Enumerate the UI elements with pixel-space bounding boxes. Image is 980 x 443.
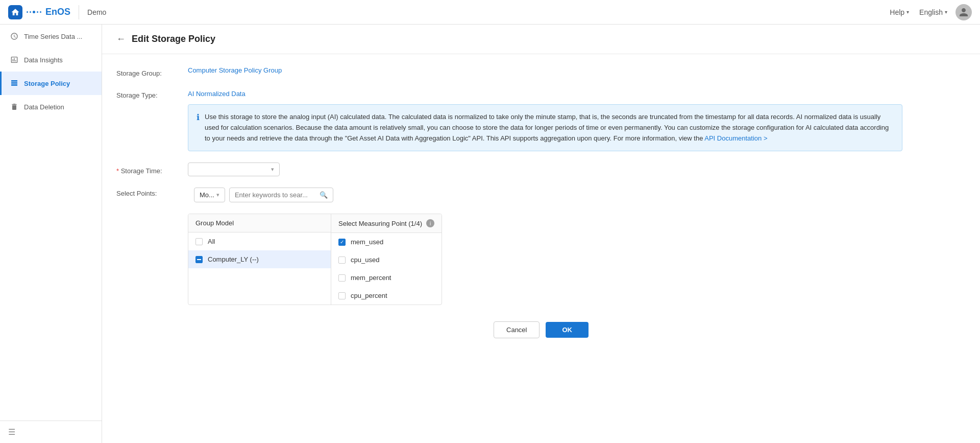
cpu-percent-checkbox[interactable] [338, 292, 346, 299]
points-inputs: Mo... ▾ 🔍 [194, 188, 333, 202]
group-model-header: Group Model [188, 214, 331, 232]
search-input-wrap: 🔍 [229, 188, 333, 202]
storage-type-value: AI Normalized Data [188, 90, 246, 98]
points-controls: Select Points: Mo... ▾ 🔍 [116, 188, 333, 202]
page-title: Edit Storage Policy [132, 34, 215, 44]
selection-table: Group Model All Computer_LY (--) [188, 214, 442, 305]
main-layout: Time Series Data ... Data Insights Stora… [0, 25, 980, 443]
logo: EnOS [8, 5, 70, 19]
select-points-row: Select Points: Mo... ▾ 🔍 [116, 188, 966, 305]
sidebar-item-storage-policy[interactable]: Storage Policy [0, 72, 102, 95]
storage-icon [10, 79, 19, 88]
top-nav: EnOS Demo Help ▾ English ▾ [0, 0, 980, 25]
sidebar-item-data-deletion[interactable]: Data Deletion [0, 95, 102, 119]
points-panel: Select Measuring Point (1/4) i mem_used [331, 214, 442, 305]
computer-ly-label: Computer_LY (--) [208, 255, 259, 263]
storage-type-label: Storage Type: [116, 88, 188, 99]
app-name: Demo [87, 8, 106, 16]
points-type-dropdown[interactable]: Mo... ▾ [194, 188, 225, 202]
storage-time-row: Storage Time: ▾ [116, 162, 966, 176]
logo-dots-area [27, 11, 41, 13]
sidebar-label-time-series: Time Series Data ... [24, 33, 82, 40]
help-menu[interactable]: Help ▾ [890, 8, 909, 16]
selection-table-wrapper: Group Model All Computer_LY (--) [188, 207, 442, 305]
storage-time-label: Storage Time: [116, 164, 188, 175]
cpu-used-checkbox[interactable] [338, 257, 346, 264]
info-box: ℹ Use this storage to store the analog i… [188, 104, 902, 151]
lang-menu[interactable]: English ▾ [919, 8, 947, 16]
nav-divider [79, 5, 79, 19]
storage-group-value: Computer Storage Policy Group [188, 66, 282, 74]
delete-icon [10, 102, 19, 111]
sidebar-item-data-insights[interactable]: Data Insights [0, 48, 102, 72]
dot2 [30, 11, 31, 13]
mem-percent-checkbox[interactable] [338, 274, 346, 282]
back-button[interactable]: ← [116, 34, 126, 44]
cpu-percent-label: cpu_percent [351, 292, 387, 299]
storage-type-header: Storage Type: AI Normalized Data [116, 88, 246, 99]
logo-text: EnOS [45, 7, 70, 17]
storage-time-dropdown[interactable]: ▾ [188, 162, 280, 176]
sidebar-item-time-series[interactable]: Time Series Data ... [0, 25, 102, 48]
select-points-label: Select Points: [116, 188, 188, 197]
mem-used-checkbox[interactable] [338, 239, 346, 246]
mem-percent-label: mem_percent [351, 274, 391, 282]
sidebar-label-data-insights: Data Insights [24, 56, 63, 64]
storage-type-row: Storage Type: AI Normalized Data ℹ Use t… [116, 88, 966, 151]
point-item-cpu-percent[interactable]: cpu_percent [331, 287, 442, 305]
sidebar-label-data-deletion: Data Deletion [24, 103, 64, 111]
home-icon[interactable] [8, 5, 22, 19]
group-item-computer-ly[interactable]: Computer_LY (--) [188, 250, 331, 268]
collapse-icon: ☰ [8, 428, 15, 436]
dot1 [27, 11, 28, 13]
mem-used-label: mem_used [351, 238, 383, 246]
search-input[interactable] [235, 191, 316, 199]
sidebar-label-storage-policy: Storage Policy [24, 80, 70, 87]
all-label: All [208, 238, 215, 245]
main-content: ← Edit Storage Policy Storage Group: Com… [102, 25, 980, 443]
form-content: Storage Group: Computer Storage Policy G… [102, 54, 980, 363]
measuring-point-label: Select Measuring Point (1/4) [338, 220, 422, 227]
avatar[interactable] [955, 4, 972, 20]
points-type-chevron-icon: ▾ [216, 192, 219, 198]
api-doc-link[interactable]: API Documentation > [704, 134, 767, 142]
sidebar: Time Series Data ... Data Insights Stora… [0, 25, 102, 443]
measuring-point-info-icon[interactable]: i [426, 219, 434, 227]
help-label: Help [890, 8, 904, 16]
clock-icon [10, 32, 19, 41]
collapse-button[interactable]: ☰ [0, 421, 102, 443]
group-panel: Group Model All Computer_LY (--) [188, 214, 331, 305]
button-row: Cancel OK [116, 321, 966, 351]
dot3 [33, 11, 35, 13]
dot4 [37, 11, 38, 13]
point-item-mem-used[interactable]: mem_used [331, 233, 442, 251]
storage-group-label: Storage Group: [116, 66, 188, 77]
all-checkbox[interactable] [195, 238, 203, 245]
ok-button[interactable]: OK [546, 322, 589, 338]
search-icon: 🔍 [320, 191, 328, 199]
point-item-cpu-used[interactable]: cpu_used [331, 251, 442, 269]
info-text: Use this storage to store the analog inp… [205, 112, 894, 144]
cancel-button[interactable]: Cancel [494, 321, 540, 338]
info-box-wrapper: ℹ Use this storage to store the analog i… [188, 104, 902, 151]
computer-ly-checkbox[interactable] [195, 256, 203, 263]
dot5 [40, 11, 41, 13]
help-chevron-icon: ▾ [906, 9, 909, 15]
storage-time-chevron-icon: ▾ [271, 166, 274, 173]
chart-icon [10, 55, 19, 64]
point-item-mem-percent[interactable]: mem_percent [331, 269, 442, 287]
lang-label: English [919, 8, 943, 16]
page-header: ← Edit Storage Policy [102, 25, 980, 54]
group-item-all[interactable]: All [188, 232, 331, 250]
points-type-value: Mo... [200, 191, 214, 199]
cpu-used-label: cpu_used [351, 256, 379, 264]
info-icon: ℹ [197, 112, 200, 144]
storage-group-row: Storage Group: Computer Storage Policy G… [116, 66, 966, 77]
measuring-point-header: Select Measuring Point (1/4) i [331, 214, 442, 233]
lang-chevron-icon: ▾ [945, 9, 947, 15]
